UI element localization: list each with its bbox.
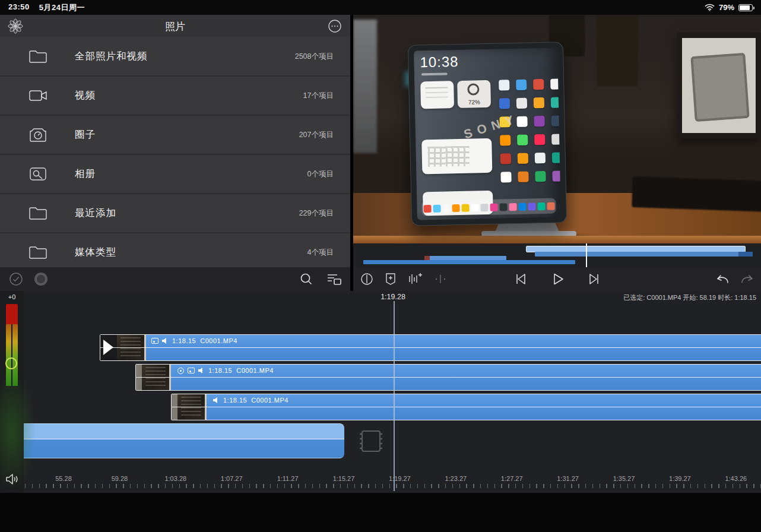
tablet-device: 10:38 72% SONY [408, 42, 567, 226]
dock-app-icon [442, 204, 450, 212]
library-item-albums[interactable]: 相册 0个项目 [0, 155, 350, 193]
ruler-label: 1:43.26 [725, 475, 747, 482]
dock-app-icon [518, 202, 526, 210]
timeline-playhead[interactable] [394, 301, 395, 491]
battery-percent: 79% [719, 3, 734, 12]
app-icon [535, 171, 546, 182]
play-triangle-icon [103, 340, 113, 355]
dock-app-icon [537, 202, 545, 210]
library-item-count: 4个项目 [307, 248, 334, 258]
clip-label: 1:18.15 C0001.MP4 [208, 367, 274, 374]
ellipsis-icon [327, 18, 343, 34]
search-icon[interactable] [299, 272, 313, 286]
color-wheel-icon [177, 368, 184, 374]
folder-icon [27, 205, 49, 221]
scrubber-bar[interactable] [527, 246, 745, 252]
sort-options-icon[interactable] [326, 273, 342, 286]
current-timecode: 1:19.28 [380, 293, 405, 301]
ruler-label: 1:19.27 [389, 475, 411, 482]
volume-line[interactable] [136, 377, 761, 378]
photo-icon [151, 338, 158, 344]
preview-scrubber[interactable] [353, 243, 761, 267]
app-icon [518, 172, 528, 182]
audio-meter-strip: +0 [0, 291, 24, 493]
scrubber-bar[interactable] [363, 260, 575, 264]
notes-widget [420, 81, 454, 109]
app-icon [500, 153, 511, 164]
ruler-label: 1:39.27 [669, 475, 691, 482]
speaker-icon [198, 368, 205, 374]
background-picture-frame [677, 33, 761, 138]
add-audio-keyframe-button[interactable] [408, 273, 422, 286]
speaker-icon [162, 338, 169, 344]
multi-select-button[interactable] [8, 271, 24, 287]
app-icon [551, 134, 561, 144]
undo-button[interactable] [715, 272, 730, 286]
app-icon [516, 80, 527, 90]
wifi-icon [705, 4, 715, 11]
scrubber-bar[interactable] [535, 252, 753, 256]
video-clip-track1[interactable]: 1:18.15 C0001.MP4 [100, 334, 761, 361]
redo-button[interactable] [740, 272, 755, 286]
timeline-panel[interactable]: 1:19.28 已选定: C0001.MP4 开始: 58.19 时长: 1:1… [0, 291, 761, 493]
dock-app-icon [452, 204, 459, 212]
scrubber-bars [353, 243, 761, 267]
app-icon [551, 97, 561, 107]
more-options-button[interactable] [326, 18, 343, 34]
photos-flower-icon [7, 18, 24, 34]
desk-object [632, 176, 761, 212]
ruler-label: 1:03.28 [164, 475, 186, 482]
library-item-count: 229个项目 [299, 208, 334, 218]
library-item-label: 媒体类型 [75, 246, 116, 259]
library-title: 照片 [165, 20, 185, 33]
dock-app-icon [528, 202, 535, 210]
scrubber-playhead[interactable] [586, 243, 587, 267]
tablet-screen: 10:38 72% SONY [414, 48, 561, 220]
dock-app-icon [509, 203, 516, 211]
ruler-ticks [25, 484, 761, 488]
audio-clip-track4[interactable] [24, 423, 344, 458]
library-item-all-photos[interactable]: 全部照片和视频 2508个项目 [0, 37, 350, 75]
tablet-app-grid [499, 78, 561, 182]
library-item-media-types[interactable]: 媒体类型 4个项目 [0, 233, 350, 267]
library-item-recently-added[interactable]: 最近添加 229个项目 [0, 194, 350, 232]
ruler-label: 1:23.27 [445, 475, 467, 482]
dock-app-icon [461, 204, 469, 211]
speaker-mute-icon[interactable] [5, 473, 19, 486]
gain-knob[interactable] [5, 357, 17, 369]
album-icon [27, 166, 49, 182]
video-clip-track3[interactable]: 1:18.15 C0001.MP4 [171, 394, 761, 420]
dock-app-icon [547, 202, 554, 210]
library-item-videos[interactable]: 视频 17个项目 [0, 77, 350, 115]
video-clip-track2[interactable]: 1:18.15 C0001.MP4 [135, 364, 761, 391]
battery-widget-percent: 72% [458, 99, 491, 106]
battery-icon [738, 4, 753, 11]
volume-line[interactable] [172, 407, 761, 407]
app-icon [499, 80, 509, 90]
library-item-bursts[interactable]: 圈子 207个项目 [0, 116, 350, 154]
volume-line[interactable] [100, 347, 761, 348]
background-shelf-object [597, 15, 638, 86]
split-at-playhead-button[interactable] [433, 273, 448, 286]
library-item-count: 207个项目 [299, 130, 334, 140]
tablet-clock: 10:38 [420, 53, 459, 71]
app-icon [535, 153, 546, 163]
add-marker-button[interactable] [385, 273, 397, 286]
video-preview-canvas: 10:38 72% SONY [353, 15, 761, 243]
library-item-count: 17个项目 [303, 91, 334, 101]
timecode-overlay-button[interactable] [360, 273, 373, 286]
desk-front-edge [353, 236, 761, 243]
play-button[interactable] [550, 271, 565, 287]
dock-app-icon [499, 203, 507, 211]
transport-bar [353, 267, 761, 291]
clip-label: 1:18.15 C0001.MP4 [172, 337, 237, 344]
library-footer [0, 267, 350, 291]
skip-to-start-button[interactable] [513, 271, 528, 287]
tablet-dock [421, 198, 556, 217]
record-button[interactable] [33, 271, 49, 287]
skip-to-end-button[interactable] [586, 271, 602, 287]
app-icon [518, 153, 528, 164]
scrubber-bar[interactable] [424, 256, 506, 260]
tablet-date-line [421, 72, 448, 75]
photos-source-button[interactable] [7, 18, 24, 34]
